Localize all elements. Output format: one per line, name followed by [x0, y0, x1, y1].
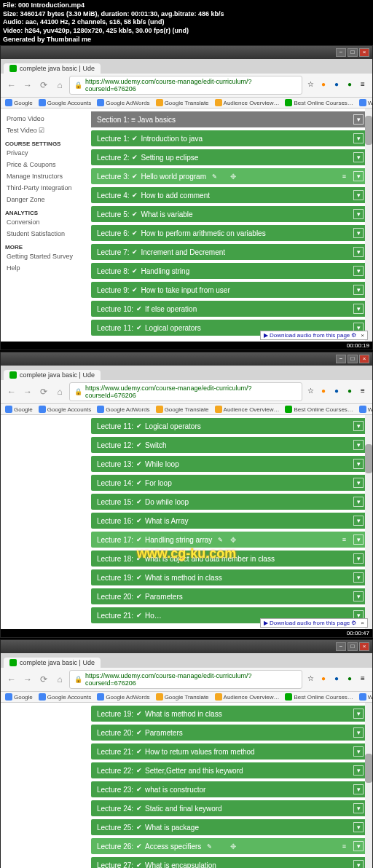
expand-icon[interactable]: ▾ — [353, 440, 364, 450]
pencil-icon[interactable]: ✎ — [207, 843, 212, 850]
reload-button[interactable]: ⟳ — [37, 79, 50, 92]
sidebar-item[interactable]: Student Satisfaction — [5, 228, 84, 240]
expand-icon[interactable]: ▾ — [353, 765, 364, 776]
lecture-row[interactable]: Lecture 12:✔Switch▾ — [91, 437, 369, 453]
bookmark-item[interactable]: Work Mental – Log I… — [359, 406, 372, 413]
expand-icon[interactable]: ▾ — [353, 534, 364, 545]
bookmark-item[interactable]: Audience Overview… — [215, 693, 280, 701]
back-button[interactable]: ← — [5, 79, 18, 92]
pencil-icon[interactable]: ✎ — [212, 173, 217, 180]
url-bar[interactable]: 🔒 https://www.udemy.com/course-manage/ed… — [69, 670, 302, 689]
bookmark-item[interactable]: Best Online Courses… — [285, 406, 353, 413]
reload-button[interactable]: ⟳ — [37, 673, 50, 686]
ext-icon-1[interactable]: ● — [318, 674, 329, 684]
ext-icon-3[interactable]: ● — [345, 80, 355, 90]
bookmark-item[interactable]: Google Accounts — [39, 693, 91, 701]
expand-icon[interactable]: ▾ — [353, 516, 364, 526]
hamburger-icon[interactable]: ≡ — [342, 536, 346, 543]
bookmark-item[interactable]: Google AdWords — [97, 693, 149, 701]
hamburger-icon[interactable]: ≡ — [342, 843, 346, 850]
home-button[interactable]: ⌂ — [53, 673, 66, 686]
expand-icon[interactable]: ▾ — [353, 803, 364, 813]
bookmark-item[interactable]: Audience Overview… — [215, 99, 280, 106]
menu-icon[interactable]: ≡ — [358, 80, 368, 90]
star-icon[interactable]: ☆ — [305, 674, 315, 684]
expand-icon[interactable]: ▾ — [353, 247, 364, 257]
expand-icon[interactable]: ▾ — [353, 190, 364, 200]
expand-icon[interactable]: ▾ — [353, 860, 364, 868]
sidebar-item[interactable]: Third-Party Integration — [5, 182, 84, 194]
expand-icon[interactable]: ▾ — [353, 304, 364, 314]
scroll-thumb[interactable] — [365, 444, 372, 473]
lecture-row[interactable]: Lecture 11:✔Logical operators▾ — [91, 418, 369, 434]
ext-icon-1[interactable]: ● — [318, 80, 329, 90]
expand-icon[interactable]: ▾ — [353, 591, 364, 601]
close-button[interactable]: × — [359, 642, 369, 651]
expand-icon[interactable]: ▾ — [353, 266, 364, 276]
hamburger-icon[interactable]: ≡ — [342, 173, 346, 180]
expand-icon[interactable]: ▾ — [353, 784, 364, 794]
drag-handle-icon[interactable]: ✥ — [230, 843, 236, 851]
browser-tab[interactable]: complete java basic | Ude — [4, 370, 101, 380]
lecture-row[interactable]: Lecture 9:✔How to take input from user▾ — [91, 282, 369, 298]
minimize-button[interactable]: − — [336, 48, 346, 57]
bookmark-item[interactable]: Google — [5, 693, 33, 701]
lecture-row[interactable]: Lecture 8:✔Handling string▾ — [91, 263, 369, 279]
lecture-row[interactable]: Lecture 23:✔what is constructor▾ — [91, 781, 369, 797]
close-button[interactable]: × — [359, 355, 369, 363]
expand-icon[interactable]: ▾ — [353, 285, 364, 295]
back-button[interactable]: ← — [5, 385, 18, 398]
expand-icon[interactable]: ▾ — [353, 709, 364, 719]
pencil-icon[interactable]: ✎ — [218, 537, 223, 543]
bookmark-item[interactable]: Google Accounts — [39, 99, 91, 106]
maximize-button[interactable]: □ — [348, 355, 358, 363]
maximize-button[interactable]: □ — [348, 642, 358, 651]
expand-icon[interactable]: ▾ — [353, 841, 364, 851]
sidebar-item[interactable]: Getting Started Survey — [5, 250, 84, 262]
sidebar-item[interactable]: Danger Zone — [5, 194, 84, 205]
bookmark-item[interactable]: Google Translate — [156, 406, 209, 413]
star-icon[interactable]: ☆ — [305, 387, 315, 397]
bookmark-item[interactable]: Work Mental – Log I… — [359, 693, 372, 701]
expand-icon[interactable]: ▾ — [353, 497, 364, 507]
expand-icon[interactable]: ▾ — [353, 228, 364, 238]
minimize-button[interactable]: − — [336, 355, 346, 363]
lecture-row[interactable]: Lecture 3:✔Hello world program✎✥≡▾ — [91, 168, 369, 184]
lecture-row[interactable]: Lecture 20:✔Parameters▾ — [91, 725, 369, 741]
lecture-row[interactable]: Lecture 17:✔Handling string array✎✥≡▾ — [91, 532, 369, 548]
scrollbar[interactable] — [365, 703, 372, 868]
dl-close-icon[interactable]: × — [361, 620, 364, 626]
menu-icon[interactable]: ≡ — [358, 674, 368, 684]
expand-icon[interactable]: ▾ — [353, 572, 364, 583]
scrollbar[interactable] — [365, 108, 372, 342]
lecture-row[interactable]: Lecture 22:✔Setter,Getter and this keywo… — [91, 762, 369, 778]
lecture-row[interactable]: Lecture 20:✔Parameters▾ — [91, 588, 369, 604]
lecture-row[interactable]: Lecture 27:✔What is encapsulation▾ — [91, 857, 369, 868]
lecture-row[interactable]: Lecture 19:✔What is method in class▾ — [91, 569, 369, 585]
sidebar-item[interactable]: Price & Coupons — [5, 159, 84, 170]
download-audio-bar[interactable]: ▶ Download audio from this page ⚙ × — [260, 618, 368, 628]
expand-icon[interactable]: ▾ — [353, 478, 364, 488]
maximize-button[interactable]: □ — [348, 48, 358, 57]
lecture-row[interactable]: Lecture 16:✔What is Array▾ — [91, 513, 369, 529]
expand-icon[interactable]: ▾ — [353, 171, 364, 181]
bookmark-item[interactable]: Best Online Courses… — [285, 99, 353, 106]
drag-handle-icon[interactable]: ✥ — [230, 173, 236, 181]
sidebar-item[interactable]: Privacy — [5, 147, 84, 159]
expand-icon[interactable]: ▾ — [353, 209, 364, 219]
forward-button[interactable]: → — [21, 79, 34, 92]
lecture-row[interactable]: Lecture 14:✔For loop▾ — [91, 475, 369, 491]
lecture-row[interactable]: Lecture 5:✔What is variable▾ — [91, 206, 369, 222]
bookmark-item[interactable]: Google — [5, 99, 33, 106]
bookmark-item[interactable]: Audience Overview… — [215, 406, 280, 413]
ext-icon-1[interactable]: ● — [318, 387, 329, 397]
lecture-row[interactable]: Lecture 4:✔How to add comment▾ — [91, 187, 369, 203]
forward-button[interactable]: → — [21, 385, 34, 398]
expand-icon[interactable]: ▾ — [353, 133, 364, 143]
sidebar-item[interactable]: Manage Instructors — [5, 170, 84, 182]
star-icon[interactable]: ☆ — [305, 80, 315, 90]
expand-icon[interactable]: ▾ — [353, 152, 364, 162]
lecture-row[interactable]: Lecture 25:✔What is package▾ — [91, 819, 369, 835]
lecture-row[interactable]: Lecture 21:✔How to return values from me… — [91, 743, 369, 760]
lecture-row[interactable]: Lecture 6:✔How to perform arithmetic on … — [91, 225, 369, 241]
